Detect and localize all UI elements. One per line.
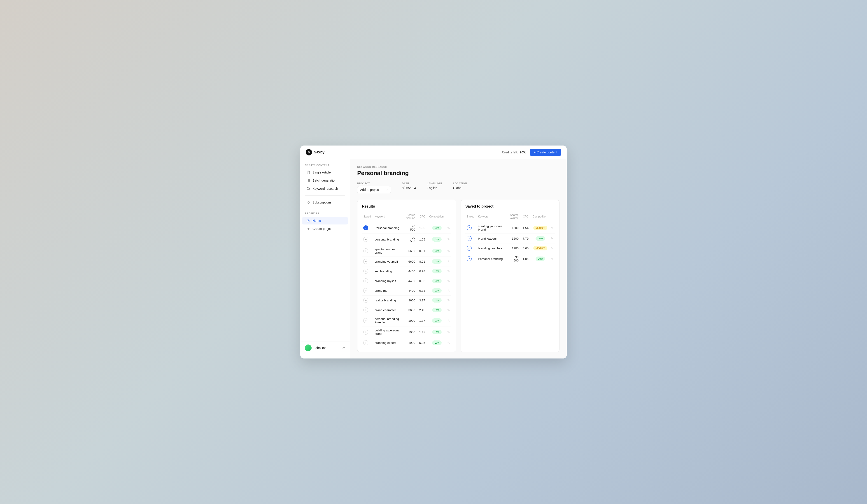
- saved-table: Saved Keyword Searchvolume CPC Competiti…: [465, 212, 555, 264]
- credits-value: 90%: [520, 151, 526, 154]
- edit-icon[interactable]: ✎: [447, 289, 450, 292]
- edit-icon[interactable]: ✎: [447, 341, 450, 344]
- edit-icon[interactable]: ✎: [447, 298, 450, 302]
- cpc-cell: 0.78: [418, 266, 428, 276]
- saved-check[interactable]: ✓: [363, 226, 368, 230]
- cpc-cell: 3.65: [521, 243, 531, 253]
- edit-icon[interactable]: ✎: [447, 260, 450, 263]
- competition-cell: Low: [428, 222, 446, 234]
- edit-cell: ✎: [446, 276, 451, 286]
- edit-icon[interactable]: ✎: [447, 226, 450, 230]
- cpc-cell: 5.35: [418, 338, 428, 348]
- meta-date: DATE 8/26/2024: [402, 182, 416, 193]
- cpc-cell: 3.17: [418, 296, 428, 305]
- cpc-cell: 0.83: [418, 286, 428, 296]
- add-keyword-button[interactable]: +: [363, 249, 368, 253]
- edit-icon[interactable]: ✎: [447, 238, 450, 241]
- col-keyword-saved: Keyword: [477, 212, 508, 222]
- user-name: JohnDoe: [314, 346, 339, 350]
- keyword-cell: building a personal brand: [373, 327, 405, 338]
- table-row: ✓ Personal branding 90 500 1.05 Low ✎: [362, 222, 451, 234]
- volume-cell: 90 500: [508, 253, 521, 265]
- saved-check-outline[interactable]: ✓: [467, 256, 472, 261]
- edit-cell: ✎: [446, 245, 451, 257]
- date-label: DATE: [402, 182, 416, 185]
- volume-cell: 3600: [405, 296, 418, 305]
- add-keyword-button[interactable]: +: [363, 318, 368, 323]
- add-keyword-button[interactable]: +: [363, 330, 368, 335]
- keyword-cell: realtor branding: [373, 296, 405, 305]
- projects-section-label: Projects: [300, 212, 350, 215]
- top-bar: S Saxby Credits left: 90% + Create conte…: [300, 145, 567, 159]
- competition-cell: Low: [428, 234, 446, 245]
- table-row: ✓ creating your own brand 1300 4.54 Medi…: [465, 222, 555, 234]
- edit-cell: ✎: [446, 286, 451, 296]
- sidebar-item-single-article[interactable]: Single Article: [302, 168, 348, 176]
- table-row: + branding yourself 6600 8.21 Low ✎: [362, 257, 451, 266]
- add-keyword-button[interactable]: +: [363, 278, 368, 283]
- col-saved-saved: Saved: [465, 212, 477, 222]
- add-keyword-button[interactable]: +: [363, 259, 368, 264]
- logout-icon[interactable]: [342, 346, 345, 350]
- add-keyword-button[interactable]: +: [363, 307, 368, 313]
- sidebar-label-create-project: Create project: [312, 227, 332, 231]
- table-row: + branding expert 1900 5.35 Low ✎: [362, 338, 451, 348]
- sidebar-item-keyword-research[interactable]: Keyword research: [302, 185, 348, 193]
- volume-cell: 1900: [405, 315, 418, 327]
- keyword-cell: branding yourself: [373, 257, 405, 266]
- col-competition-saved: Competition: [531, 212, 549, 222]
- subscriptions-icon: [307, 200, 310, 204]
- meta-project: PROJECT Add to project: [357, 182, 391, 193]
- create-content-button[interactable]: + Create content: [530, 149, 561, 156]
- edit-icon[interactable]: ✎: [447, 330, 450, 334]
- edit-icon[interactable]: ✎: [551, 246, 553, 250]
- add-keyword-button[interactable]: +: [363, 298, 368, 303]
- sidebar-divider-1: [305, 195, 345, 196]
- edit-icon[interactable]: ✎: [447, 279, 450, 283]
- competition-cell: Low: [428, 338, 446, 348]
- keyword-cell: personal branding linkedin: [373, 315, 405, 327]
- plus-icon: [307, 227, 310, 231]
- edit-cell: ✎: [446, 305, 451, 315]
- col-saved-results: Saved: [362, 212, 373, 222]
- table-row: + realtor branding 3600 3.17 Low ✎: [362, 296, 451, 305]
- edit-icon[interactable]: ✎: [551, 257, 553, 261]
- file-icon: [307, 171, 310, 174]
- user-avatar: [305, 344, 312, 351]
- add-keyword-button[interactable]: +: [363, 340, 368, 345]
- competition-cell: Low: [428, 315, 446, 327]
- competition-cell: Low: [428, 276, 446, 286]
- create-section-label: Create content: [300, 164, 350, 166]
- saved-check-outline[interactable]: ✓: [467, 226, 472, 230]
- edit-cell: ✎: [446, 338, 451, 348]
- project-select[interactable]: Add to project: [357, 186, 391, 193]
- competition-cell: Low: [428, 245, 446, 257]
- sidebar-item-batch-generation[interactable]: Batch generation: [302, 177, 348, 184]
- edit-cell: ✎: [549, 243, 555, 253]
- app-window: S Saxby Credits left: 90% + Create conte…: [300, 145, 567, 359]
- app-name: Saxby: [314, 150, 324, 154]
- edit-icon[interactable]: ✎: [551, 226, 553, 230]
- add-keyword-button[interactable]: +: [363, 269, 368, 274]
- credits-label: Credits left: 90%: [502, 151, 526, 154]
- edit-icon[interactable]: ✎: [447, 270, 450, 273]
- sidebar-item-subscriptions[interactable]: Subscriptions: [302, 198, 348, 206]
- sidebar-item-create-project[interactable]: Create project: [302, 225, 348, 233]
- cpc-cell: 2.45: [418, 305, 428, 315]
- saved-check-outline[interactable]: ✓: [467, 236, 472, 241]
- table-row: + branding myself 4400 0.83 Low ✎: [362, 276, 451, 286]
- edit-icon[interactable]: ✎: [447, 308, 450, 312]
- keyword-cell: branding expert: [373, 338, 405, 348]
- edit-cell: ✎: [446, 257, 451, 266]
- saved-check-outline[interactable]: ✓: [467, 246, 472, 251]
- keyword-cell: brand me: [373, 286, 405, 296]
- add-keyword-button[interactable]: +: [363, 288, 368, 293]
- sidebar-item-home[interactable]: Home: [302, 217, 348, 224]
- edit-icon[interactable]: ✎: [551, 237, 553, 240]
- add-keyword-button[interactable]: +: [363, 237, 368, 242]
- edit-icon[interactable]: ✎: [447, 319, 450, 322]
- sidebar-divider-2: [305, 209, 345, 209]
- edit-icon[interactable]: ✎: [447, 249, 450, 253]
- edit-cell: ✎: [446, 234, 451, 245]
- project-label: PROJECT: [357, 182, 391, 185]
